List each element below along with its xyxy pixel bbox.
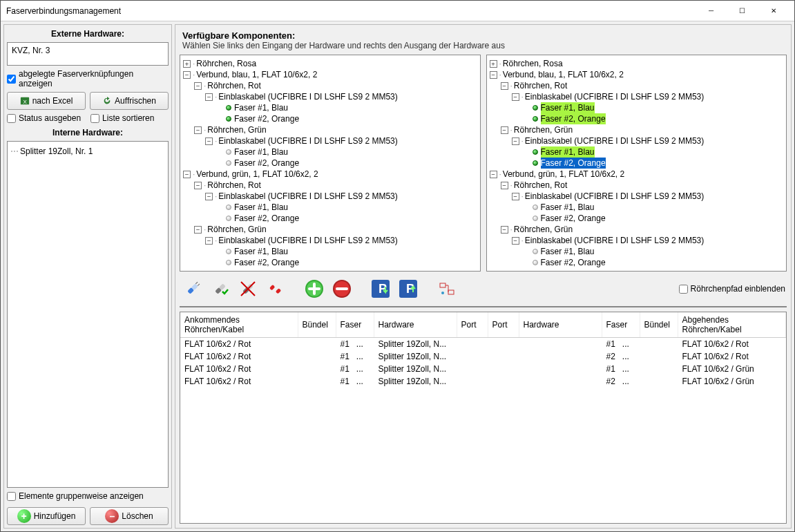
tree-node[interactable]: Faser #2, Orange <box>488 113 785 124</box>
expander-icon[interactable]: − <box>512 237 519 245</box>
show-tubepath-input[interactable] <box>679 285 688 294</box>
tree-node[interactable]: Faser #2, Orange <box>182 213 479 224</box>
expander-icon[interactable]: − <box>512 93 519 101</box>
expander-icon[interactable]: − <box>194 226 202 234</box>
expander-icon[interactable]: − <box>194 82 202 90</box>
expander-icon[interactable]: − <box>194 126 202 134</box>
tree-node[interactable]: −·Einblaskabel (UCFIBRE I DI LSHF LS9 2 … <box>182 191 479 202</box>
tree-node[interactable]: Faser #1, Blau <box>182 102 479 113</box>
disconnect-button[interactable] <box>264 277 287 301</box>
internal-hardware-tree[interactable]: ⋯ Splitter 19Zoll, Nr. 1 <box>7 141 169 488</box>
expander-icon[interactable]: − <box>183 71 191 79</box>
tree-node[interactable]: −·Röhrchen, Grün <box>488 224 785 235</box>
table-row[interactable]: FLAT 10/6x2 / Rot#1 ...Splitter 19Zoll, … <box>180 350 786 363</box>
tree-node[interactable]: Faser #1, Blau <box>488 246 785 257</box>
expander-icon[interactable]: − <box>501 226 508 234</box>
internal-hardware-item[interactable]: ⋯ Splitter 19Zoll, Nr. 1 <box>10 146 165 157</box>
tree-node[interactable]: −·Verbund, grün, 1, FLAT 10/6x2, 2 <box>488 169 785 180</box>
expander-icon[interactable]: − <box>205 137 213 145</box>
col-fiber-out[interactable]: Faser <box>602 312 640 338</box>
tree-node[interactable]: −·Verbund, blau, 1, FLAT 10/6x2, 2 <box>182 69 479 80</box>
splitter-bar[interactable] <box>180 306 787 307</box>
refresh-button[interactable]: Auffrischen <box>90 92 169 110</box>
expander-icon[interactable]: − <box>205 93 213 101</box>
expander-icon[interactable]: − <box>501 182 508 189</box>
tree-node[interactable]: −·Einblaskabel (UCFIBRE I DI LSHF LS9 2 … <box>488 235 785 246</box>
tree-node[interactable]: Faser #2, Orange <box>182 113 479 124</box>
export-excel-button[interactable]: X nach Excel <box>7 92 86 110</box>
col-bundle-out[interactable]: Bündel <box>640 312 678 338</box>
add-button[interactable]: + Hinzufügen <box>7 507 86 525</box>
add-row-button[interactable] <box>303 277 326 301</box>
tree-node[interactable]: +·Röhrchen, Rosa <box>182 58 479 69</box>
connect-single-button[interactable] <box>181 277 204 301</box>
expander-icon[interactable]: − <box>490 71 497 79</box>
tree-node[interactable]: Faser #2, Orange <box>182 158 479 169</box>
expander-icon[interactable]: − <box>512 193 519 200</box>
minimize-button[interactable]: ─ <box>696 1 727 21</box>
connections-table[interactable]: Ankommendes Röhrchen/Kabel Bündel Faser … <box>180 312 786 388</box>
tree-node[interactable]: Faser #1, Blau <box>182 146 479 158</box>
diagram-button[interactable] <box>435 277 459 301</box>
delete-button[interactable]: – Löschen <box>90 507 169 525</box>
col-bundle-in[interactable]: Bündel <box>298 312 336 338</box>
col-port-in[interactable]: Port <box>457 312 488 338</box>
tree-node[interactable]: −·Röhrchen, Grün <box>182 124 479 135</box>
col-hw-in[interactable]: Hardware <box>374 312 457 338</box>
tree-node[interactable]: Faser #1, Blau <box>488 202 785 213</box>
expander-icon[interactable]: + <box>183 60 191 68</box>
show-tubepath-checkbox[interactable]: Röhrchenpfad einblenden <box>679 283 785 295</box>
status-output-input[interactable] <box>7 114 16 123</box>
group-elements-checkbox[interactable]: Elemente gruppenweise anzeigen <box>7 490 169 502</box>
tree-node[interactable]: Faser #1, Blau <box>488 146 785 158</box>
tree-node[interactable]: Faser #2, Orange <box>488 158 785 169</box>
table-row[interactable]: FLAT 10/6x2 / Rot#1 ...Splitter 19Zoll, … <box>180 375 786 388</box>
expander-icon[interactable]: + <box>490 60 497 68</box>
show-stored-links-checkbox[interactable]: abgelegte Faserverknüpfungen anzeigen <box>7 68 169 90</box>
tree-node[interactable]: −·Röhrchen, Rot <box>182 180 479 191</box>
expander-icon[interactable]: − <box>194 182 202 189</box>
close-button[interactable]: ✕ <box>758 1 789 21</box>
tree-node[interactable]: Faser #2, Orange <box>488 213 785 224</box>
maximize-button[interactable]: ☐ <box>727 1 758 21</box>
expander-icon[interactable]: − <box>501 126 508 134</box>
tree-node[interactable]: Faser #2, Orange <box>182 257 479 268</box>
tree-node[interactable]: Faser #1, Blau <box>488 102 785 113</box>
tree-node[interactable]: −·Einblaskabel (UCFIBRE I DI LSHF LS9 2 … <box>182 91 479 102</box>
tree-node[interactable]: −·Einblaskabel (UCFIBRE I DI LSHF LS9 2 … <box>182 235 479 246</box>
expander-icon[interactable]: − <box>183 171 191 178</box>
tree-node[interactable]: −·Röhrchen, Rot <box>488 180 785 191</box>
connect-cross-button[interactable] <box>236 277 260 301</box>
tree-node[interactable]: −·Einblaskabel (UCFIBRE I DI LSHF LS9 2 … <box>488 135 785 146</box>
sort-list-input[interactable] <box>90 114 99 123</box>
table-row[interactable]: FLAT 10/6x2 / Rot#1 ...Splitter 19Zoll, … <box>180 363 786 375</box>
tree-node[interactable]: −·Einblaskabel (UCFIBRE I DI LSHF LS9 2 … <box>488 91 785 102</box>
tree-node[interactable]: Faser #1, Blau <box>182 202 479 213</box>
expander-icon[interactable]: − <box>205 193 213 200</box>
tree-node[interactable]: −·Einblaskabel (UCFIBRE I DI LSHF LS9 2 … <box>488 191 785 202</box>
remove-row-button[interactable] <box>330 277 354 301</box>
tree-node[interactable]: −·Verbund, grün, 1, FLAT 10/6x2, 2 <box>182 169 479 180</box>
col-port-out[interactable]: Port <box>488 312 519 338</box>
output-tree[interactable]: +·Röhrchen, Rosa−·Verbund, blau, 1, FLAT… <box>486 55 787 272</box>
input-tree[interactable]: +·Röhrchen, Rosa−·Verbund, blau, 1, FLAT… <box>180 55 481 272</box>
expander-icon[interactable]: − <box>501 82 508 90</box>
external-hardware-value[interactable]: KVZ, Nr. 3 <box>7 42 169 66</box>
park-down-button[interactable]: P <box>369 277 392 301</box>
col-hw-out[interactable]: Hardware <box>519 312 602 338</box>
col-fiber-in[interactable]: Faser <box>336 312 374 338</box>
tree-node[interactable]: −·Röhrchen, Rot <box>182 80 479 91</box>
show-stored-links-input[interactable] <box>7 75 16 84</box>
tree-node[interactable]: −·Röhrchen, Rot <box>488 80 785 91</box>
tree-node[interactable]: −·Röhrchen, Grün <box>488 124 785 135</box>
status-output-checkbox[interactable]: Status ausgeben <box>7 112 81 124</box>
table-row[interactable]: FLAT 10/6x2 / Rot#1 ...Splitter 19Zoll, … <box>180 338 786 351</box>
tree-node[interactable]: −·Röhrchen, Grün <box>182 224 479 235</box>
tree-node[interactable]: Faser #1, Blau <box>182 246 479 257</box>
tree-node[interactable]: −·Verbund, blau, 1, FLAT 10/6x2, 2 <box>488 69 785 80</box>
col-outgoing[interactable]: Abgehendes Röhrchen/Kabel <box>678 312 786 338</box>
connect-checked-button[interactable] <box>209 277 232 301</box>
tree-node[interactable]: +·Röhrchen, Rosa <box>488 58 785 69</box>
expander-icon[interactable]: − <box>512 137 519 145</box>
col-incoming[interactable]: Ankommendes Röhrchen/Kabel <box>180 312 298 338</box>
